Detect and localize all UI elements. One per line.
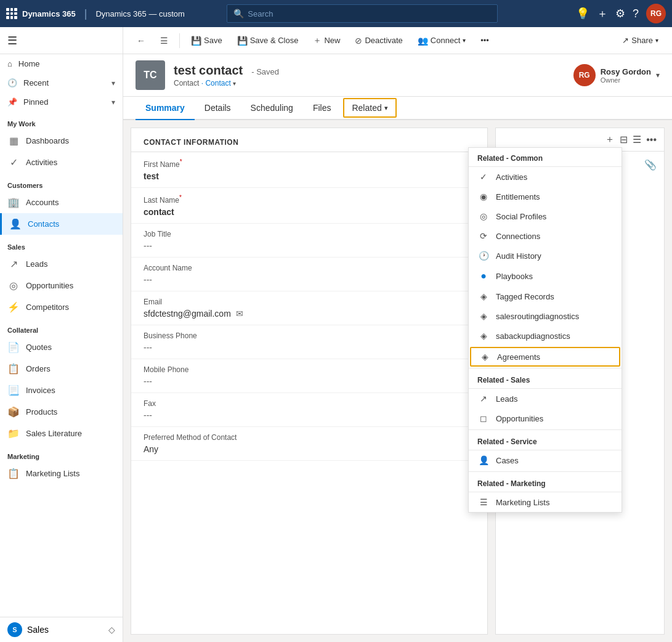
gear-icon[interactable]: ⚙ xyxy=(615,7,625,20)
tab-related[interactable]: Related ▾ xyxy=(343,98,396,118)
owner-chevron-icon[interactable]: ▾ xyxy=(656,71,660,79)
products-icon: 📦 xyxy=(7,406,20,418)
email-value: sfdctestng@gmail.com xyxy=(144,309,231,319)
save-close-icon: 💾 xyxy=(237,36,248,46)
share-button[interactable]: ↗ Share ▾ xyxy=(616,33,665,47)
dropdown-section-service: Related - Service xyxy=(469,431,621,450)
sidebar-item-competitors[interactable]: ⚡ Competitors xyxy=(0,296,123,318)
dropdown-item-salesrouting[interactable]: ◈ salesroutingdiagnostics xyxy=(469,306,621,326)
help-icon[interactable]: ? xyxy=(633,7,639,20)
sidebar-bottom-sales[interactable]: S Sales ◇ xyxy=(0,617,123,642)
search-input[interactable] xyxy=(248,9,491,18)
account-name-label: Account Name xyxy=(144,264,475,272)
sidebar-item-invoices[interactable]: 📃 Invoices xyxy=(0,380,123,401)
entitlements-menu-label: Entitlements xyxy=(496,192,540,201)
share-icon: ↗ xyxy=(622,36,629,45)
more-button[interactable]: ••• xyxy=(474,33,495,47)
email-row: sfdctestng@gmail.com ✉ xyxy=(144,309,475,319)
record-info: test contact - Saved Contact · Contact ▾ xyxy=(174,63,279,87)
activities-menu-icon: ✓ xyxy=(477,172,490,182)
dropdown-item-audit-history[interactable]: 🕐 Audit History xyxy=(469,246,621,266)
sidebar-item-leads[interactable]: ↗ Leads xyxy=(0,253,123,275)
dropdown-item-tagged-records[interactable]: ◈ Tagged Records xyxy=(469,286,621,306)
filter-icon[interactable]: ⊟ xyxy=(620,134,628,145)
owner-name: Rosy Gordon xyxy=(601,67,651,76)
sidebar-item-home[interactable]: ⌂ Home xyxy=(0,54,123,73)
custom-label: Dynamics 365 — custom xyxy=(95,9,185,18)
agreements-menu-icon: ◈ xyxy=(479,352,491,362)
back-button[interactable]: ← xyxy=(131,33,152,48)
bulb-icon[interactable]: 💡 xyxy=(576,7,589,20)
dropdown-item-opportunities[interactable]: ◻ Opportunities xyxy=(469,408,621,428)
record-type-link2[interactable]: Contact xyxy=(205,79,230,87)
more-icon: ••• xyxy=(480,36,489,45)
sabackup-menu-icon: ◈ xyxy=(477,331,490,341)
add-icon[interactable]: ＋ xyxy=(605,133,615,146)
connections-menu-label: Connections xyxy=(496,232,540,241)
sidebar-item-activities[interactable]: ✓ Activities xyxy=(0,152,123,173)
save-label: Save xyxy=(204,36,222,45)
app-logo[interactable]: Dynamics 365 xyxy=(6,8,76,19)
collateral-section: Collateral xyxy=(0,318,123,336)
dropdown-item-connections[interactable]: ⟳ Connections xyxy=(469,226,621,246)
sidebar-item-orders[interactable]: 📋 Orders xyxy=(0,358,123,380)
paperclip-icon: 📎 xyxy=(644,159,657,171)
tab-scheduling[interactable]: Scheduling xyxy=(241,97,303,120)
search-box[interactable]: 🔍 xyxy=(227,4,498,23)
nav-divider: | xyxy=(84,7,87,20)
activities-icon: ✓ xyxy=(7,156,20,168)
sidebar-item-recent[interactable]: 🕐 Recent ▾ xyxy=(0,73,123,92)
sidebar-item-products[interactable]: 📦 Products xyxy=(0,401,123,423)
sidebar-item-dashboards[interactable]: ▦ Dashboards xyxy=(0,130,123,152)
dropdown-item-leads[interactable]: ↗ Leads xyxy=(469,389,621,408)
plus-icon[interactable]: ＋ xyxy=(597,6,608,21)
user-avatar[interactable]: RG xyxy=(646,4,666,23)
dropdown-item-entitlements[interactable]: ◉ Entitlements xyxy=(469,187,621,206)
marketing-lists-menu-label: Marketing Lists xyxy=(496,498,549,507)
tagged-records-menu-icon: ◈ xyxy=(477,291,490,301)
business-phone-label: Business Phone xyxy=(144,331,475,340)
dropdown-item-playbooks[interactable]: ● Playbooks xyxy=(469,266,621,286)
social-profiles-menu-label: Social Profiles xyxy=(496,212,546,221)
save-button[interactable]: 💾 Save xyxy=(185,33,229,48)
columns-icon[interactable]: ☰ xyxy=(633,134,641,145)
job-title-value: --- xyxy=(144,241,475,251)
sidebar-item-quotes[interactable]: 📄 Quotes xyxy=(0,336,123,358)
sidebar-item-pinned[interactable]: 📌 Pinned ▾ xyxy=(0,92,123,112)
more-options-icon[interactable]: ••• xyxy=(646,134,657,145)
orders-label: Orders xyxy=(26,364,51,373)
dropdown-item-cases[interactable]: 👤 Cases xyxy=(469,450,621,470)
opportunities-label: Opportunities xyxy=(26,281,73,290)
hamburger-icon[interactable]: ☰ xyxy=(7,34,17,47)
tab-summary[interactable]: Summary xyxy=(136,97,195,120)
home-label: Home xyxy=(18,59,40,68)
connect-button[interactable]: 👥 Connect ▾ xyxy=(411,33,472,48)
sidebar-item-accounts[interactable]: 🏢 Accounts xyxy=(0,192,123,213)
fax-label: Fax xyxy=(144,399,475,408)
record-type-link1[interactable]: Contact xyxy=(174,79,199,87)
cases-menu-icon: 👤 xyxy=(477,455,490,465)
dropdown-item-sabackup[interactable]: ◈ sabackupdiagnostics xyxy=(469,326,621,346)
dropdown-item-agreements[interactable]: ◈ Agreements xyxy=(470,347,620,367)
list-view-button[interactable]: ☰ xyxy=(154,33,174,48)
contacts-icon: 👤 xyxy=(9,218,22,230)
email-send-icon[interactable]: ✉ xyxy=(236,309,243,319)
sidebar-item-marketing-lists[interactable]: 📋 Marketing Lists xyxy=(0,463,123,484)
account-name-field: Account Name --- xyxy=(131,258,487,291)
sidebar-item-sales-literature[interactable]: 📁 Sales Literature xyxy=(0,423,123,444)
sidebar-item-contacts[interactable]: 👤 Contacts xyxy=(0,213,123,235)
dropdown-item-social-profiles[interactable]: ◎ Social Profiles xyxy=(469,206,621,226)
new-button[interactable]: ＋ New xyxy=(307,33,346,49)
tab-details[interactable]: Details xyxy=(195,97,241,120)
top-navigation: Dynamics 365 | Dynamics 365 — custom 🔍 💡… xyxy=(0,0,672,27)
sidebar-item-opportunities[interactable]: ◎ Opportunities xyxy=(0,275,123,296)
dropdown-divider-1 xyxy=(469,368,621,368)
record-type-chevron-icon[interactable]: ▾ xyxy=(233,80,236,87)
deactivate-button[interactable]: ⊘ Deactivate xyxy=(349,33,408,48)
dropdown-item-marketing-lists[interactable]: ☰ Marketing Lists xyxy=(469,492,621,512)
first-name-field: First Name* test xyxy=(131,152,487,188)
related-dropdown-menu[interactable]: Related - Common ✓ Activities ◉ Entitlem… xyxy=(468,147,622,513)
tab-files[interactable]: Files xyxy=(303,97,341,120)
dropdown-item-activities[interactable]: ✓ Activities xyxy=(469,167,621,187)
save-close-button[interactable]: 💾 Save & Close xyxy=(231,33,305,48)
